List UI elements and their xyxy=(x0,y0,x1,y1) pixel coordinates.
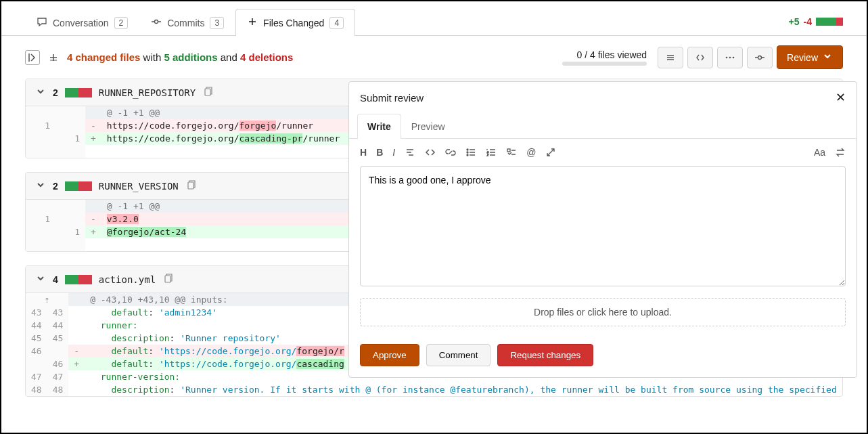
comment-icon xyxy=(37,16,47,29)
close-icon[interactable]: ✕ xyxy=(836,90,846,105)
deletions-count: -4 xyxy=(804,16,812,27)
file-change-count: 2 xyxy=(53,181,58,192)
tab-write[interactable]: Write xyxy=(357,114,401,139)
copy-icon[interactable] xyxy=(185,179,196,192)
tab-label: Conversation xyxy=(53,18,109,28)
code-icon[interactable] xyxy=(425,147,436,158)
files-viewed-bar xyxy=(562,62,647,66)
files-count: 4 changed files xyxy=(67,51,140,63)
font-size-icon[interactable]: Aa xyxy=(814,147,825,158)
file-name: RUNNER_VERSION xyxy=(99,181,179,192)
review-label: Review xyxy=(787,52,818,63)
approve-button[interactable]: Approve xyxy=(360,344,419,366)
panel-title: Submit review xyxy=(360,92,424,104)
commit-icon xyxy=(151,16,162,29)
italic-icon[interactable]: I xyxy=(392,147,395,158)
file-name: RUNNER_REPOSITORY xyxy=(99,87,196,98)
tab-label: Files Changed xyxy=(263,18,324,28)
diffstat: +5 -4 xyxy=(789,16,843,27)
pr-tabs: Conversation 2 Commits 3 Files Changed 4… xyxy=(1,1,867,36)
heading-icon[interactable]: H xyxy=(360,147,367,158)
svg-rect-5 xyxy=(205,89,210,95)
review-textarea[interactable] xyxy=(360,166,846,286)
review-button[interactable]: Review xyxy=(777,45,843,69)
chevron-down-icon xyxy=(822,51,833,64)
tab-commits[interactable]: Commits 3 xyxy=(139,9,235,36)
additions-count: +5 xyxy=(789,16,800,27)
tab-preview[interactable]: Preview xyxy=(401,114,455,139)
files-viewed: 0 / 4 files viewed xyxy=(562,49,647,66)
file-change-count: 2 xyxy=(53,87,58,98)
panel-header: Submit review ✕ xyxy=(349,82,856,113)
svg-point-2 xyxy=(729,56,731,58)
tab-count: 2 xyxy=(114,17,129,29)
quote-icon[interactable] xyxy=(405,147,415,158)
file-change-count: 4 xyxy=(53,274,58,285)
svg-point-8 xyxy=(467,149,468,150)
svg-point-3 xyxy=(733,56,735,58)
tab-count: 3 xyxy=(210,17,224,29)
file-diffstat-bar xyxy=(65,88,92,97)
file-diffstat-bar xyxy=(65,181,92,191)
summary-text: 4 changed files with 5 additions and 4 d… xyxy=(67,51,293,63)
svg-point-10 xyxy=(467,154,468,156)
file-tree-toggle[interactable] xyxy=(25,50,40,65)
copy-icon[interactable] xyxy=(202,86,213,99)
review-panel: Submit review ✕ Write Preview H B I @ Aa… xyxy=(348,81,857,378)
svg-point-4 xyxy=(758,56,762,59)
more-options-button[interactable] xyxy=(717,47,743,68)
svg-point-1 xyxy=(726,56,728,58)
diffstat-bar xyxy=(816,18,843,26)
tab-label: Commits xyxy=(167,18,204,28)
svg-rect-7 xyxy=(165,276,170,282)
diff-icon xyxy=(247,16,258,29)
svg-rect-6 xyxy=(188,182,193,189)
link-icon[interactable] xyxy=(445,147,456,158)
request-changes-button[interactable]: Request changes xyxy=(497,344,593,366)
additions: 5 additions xyxy=(164,51,217,63)
svg-point-9 xyxy=(467,152,468,153)
ul-icon[interactable] xyxy=(465,147,476,158)
editor-toolbar: H B I @ Aa xyxy=(349,139,856,166)
file-name: action.yml xyxy=(99,274,156,285)
bold-icon[interactable]: B xyxy=(376,147,383,158)
svg-rect-11 xyxy=(507,149,510,152)
chevron-down-icon[interactable] xyxy=(35,179,46,192)
tab-count: 4 xyxy=(329,17,344,29)
tasklist-icon[interactable] xyxy=(506,147,517,158)
expand-icon[interactable] xyxy=(545,147,556,158)
copy-icon[interactable] xyxy=(162,273,173,286)
chevron-down-icon[interactable] xyxy=(35,273,46,286)
expand-all-button[interactable] xyxy=(658,47,683,68)
panel-actions: Approve Comment Request changes xyxy=(349,336,856,377)
svg-point-0 xyxy=(155,20,158,24)
whitespace-toggle[interactable] xyxy=(48,52,59,63)
deletions: 4 deletions xyxy=(240,51,293,63)
tab-conversation[interactable]: Conversation 2 xyxy=(25,9,139,36)
swap-icon[interactable] xyxy=(835,147,846,158)
file-diffstat-bar xyxy=(65,275,92,284)
chevron-down-icon[interactable] xyxy=(35,86,46,99)
diff-summary-row: 4 changed files with 5 additions and 4 d… xyxy=(1,36,867,79)
mention-icon[interactable]: @ xyxy=(526,147,536,158)
ol-icon[interactable] xyxy=(486,147,497,158)
commit-nav-button[interactable] xyxy=(747,47,773,68)
panel-tabs: Write Preview xyxy=(349,113,856,139)
tab-files-changed[interactable]: Files Changed 4 xyxy=(235,9,355,36)
layout-toggle-button[interactable] xyxy=(687,47,713,68)
file-dropzone[interactable]: Drop files or click here to upload. xyxy=(360,298,846,326)
diff-row-ctx[interactable]: 4848 description: 'Runner version. If it… xyxy=(26,383,843,396)
comment-button[interactable]: Comment xyxy=(426,344,491,366)
files-viewed-text: 0 / 4 files viewed xyxy=(577,49,647,60)
